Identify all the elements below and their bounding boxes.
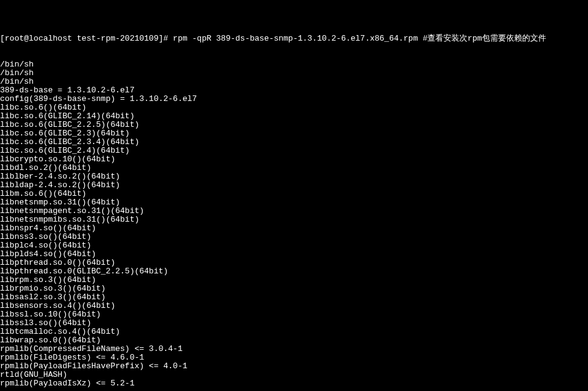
- output-line: libnetsnmp.so.31()(64bit): [0, 198, 588, 207]
- output-line: libldap-2.4.so.2()(64bit): [0, 181, 588, 190]
- output-line: libnetsnmpmibs.so.31()(64bit): [0, 216, 588, 224]
- output-line: libpthread.so.0(GLIBC_2.2.5)(64bit): [0, 267, 588, 276]
- output-line: libtcmalloc.so.4()(64bit): [0, 328, 588, 336]
- output-line: libnetsnmpagent.so.31()(64bit): [0, 207, 588, 216]
- output-line: libnss3.so()(64bit): [0, 233, 588, 241]
- command-output: /bin/sh/bin/sh/bin/sh389-ds-base = 1.3.1…: [0, 60, 588, 388]
- output-line: libc.so.6(GLIBC_2.3.4)(64bit): [0, 138, 588, 147]
- output-line: /bin/sh: [0, 78, 588, 86]
- output-line: librpm.so.3()(64bit): [0, 276, 588, 284]
- output-line: rpmlib(CompressedFileNames) <= 3.0.4-1: [0, 345, 588, 353]
- output-line: libc.so.6(GLIBC_2.4)(64bit): [0, 147, 588, 155]
- output-line: rtld(GNU_HASH): [0, 371, 588, 379]
- output-line: libc.so.6(GLIBC_2.14)(64bit): [0, 112, 588, 121]
- output-line: libc.so.6(GLIBC_2.3)(64bit): [0, 129, 588, 138]
- shell-prompt: [root@localhost test-rpm-20210109]#: [0, 34, 173, 43]
- output-line: libssl.so.10()(64bit): [0, 310, 588, 319]
- command-line: [root@localhost test-rpm-20210109]# rpm …: [0, 34, 588, 43]
- output-line: libc.so.6()(64bit): [0, 103, 588, 112]
- output-line: libplds4.so()(64bit): [0, 250, 588, 259]
- output-line: libm.so.6()(64bit): [0, 190, 588, 198]
- output-line: libcrypto.so.10()(64bit): [0, 155, 588, 164]
- output-line: rpmlib(FileDigests) <= 4.6.0-1: [0, 353, 588, 362]
- output-line: libc.so.6(GLIBC_2.2.5)(64bit): [0, 121, 588, 129]
- output-line: libssl3.so()(64bit): [0, 319, 588, 328]
- output-line: 389-ds-base = 1.3.10.2-6.el7: [0, 86, 588, 95]
- output-line: config(389-ds-base-snmp) = 1.3.10.2-6.el…: [0, 95, 588, 103]
- output-line: libdl.so.2()(64bit): [0, 164, 588, 172]
- output-line: libwrap.so.0()(64bit): [0, 336, 588, 345]
- output-line: libsasl2.so.3()(64bit): [0, 293, 588, 302]
- command-comment: #查看安装次rpm包需要依赖的文件: [423, 34, 546, 43]
- output-line: /bin/sh: [0, 60, 588, 69]
- terminal-output: [root@localhost test-rpm-20210109]# rpm …: [0, 0, 588, 391]
- output-line: librpmio.so.3()(64bit): [0, 284, 588, 293]
- output-line: liblber-2.4.so.2()(64bit): [0, 172, 588, 181]
- output-line: rpmlib(PayloadFilesHavePrefix) <= 4.0-1: [0, 362, 588, 371]
- output-line: libsensors.so.4()(64bit): [0, 302, 588, 310]
- output-line: libpthread.so.0()(64bit): [0, 259, 588, 267]
- output-line: /bin/sh: [0, 69, 588, 78]
- command-text: rpm -qpR 389-ds-base-snmp-1.3.10.2-6.el7…: [173, 34, 423, 43]
- output-line: libplc4.so()(64bit): [0, 241, 588, 250]
- output-line: libnspr4.so()(64bit): [0, 224, 588, 233]
- output-line: rpmlib(PayloadIsXz) <= 5.2-1: [0, 379, 588, 388]
